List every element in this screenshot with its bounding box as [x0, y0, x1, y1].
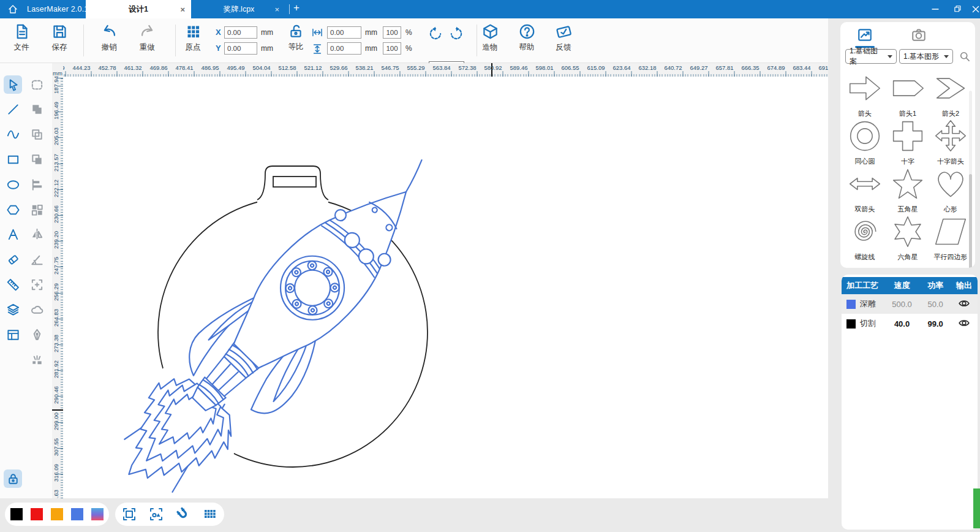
- eraser-tool[interactable]: [4, 251, 22, 269]
- snap-tool[interactable]: [176, 507, 190, 522]
- save-button[interactable]: 保存: [42, 23, 77, 53]
- union-tool[interactable]: [28, 101, 46, 119]
- output-visibility-toggle[interactable]: [951, 317, 978, 331]
- rotate-ccw-button[interactable]: [428, 26, 443, 44]
- measure-tool[interactable]: [4, 275, 22, 294]
- ruler-label: 196.49: [53, 97, 59, 124]
- design-canvas[interactable]: [63, 77, 828, 498]
- copy-tool[interactable]: [28, 126, 46, 144]
- x-input[interactable]: 0.00: [224, 26, 257, 39]
- frame-tool[interactable]: [122, 507, 137, 522]
- layer-color-swatch[interactable]: [846, 300, 856, 309]
- new-tab-button[interactable]: +: [293, 2, 300, 14]
- app-title: LaserMaker 2.0.16: [27, 5, 93, 13]
- search-icon[interactable]: [959, 50, 971, 65]
- shape-star6[interactable]: 六角星: [888, 215, 927, 262]
- color-swatch[interactable]: [91, 508, 104, 520]
- pen-tool[interactable]: [28, 325, 46, 344]
- tab-close-icon[interactable]: ×: [274, 5, 279, 14]
- category-dropdown-1[interactable]: 1.基础图案: [845, 49, 897, 64]
- lock-tool[interactable]: [4, 469, 22, 488]
- home-icon[interactable]: [7, 4, 18, 17]
- polygon-tool[interactable]: [4, 200, 22, 219]
- distribute-tool[interactable]: [28, 200, 46, 219]
- shape-heart[interactable]: 心形: [931, 167, 970, 214]
- mirror-tool[interactable]: [28, 226, 46, 244]
- text-tool[interactable]: [4, 226, 22, 244]
- ruler-label: 307.55: [53, 433, 59, 460]
- align-tool[interactable]: [28, 175, 46, 194]
- process-row-切割[interactable]: 切割 40.0 99.0: [842, 314, 978, 333]
- color-swatch[interactable]: [71, 508, 83, 520]
- shape-parallelogram[interactable]: 平行四边形: [931, 215, 970, 262]
- tab-close-icon[interactable]: ×: [180, 5, 185, 14]
- curve-tool[interactable]: [4, 126, 22, 144]
- shape-cross-arrow[interactable]: 十字箭头: [931, 119, 970, 166]
- ellipse-tool[interactable]: [4, 175, 22, 194]
- x-label: X: [216, 28, 221, 37]
- file-button[interactable]: 文件: [4, 23, 39, 53]
- lock-ratio-button[interactable]: 等比: [279, 23, 313, 52]
- tab-camera[interactable]: [907, 27, 931, 45]
- shape-clip1[interactable]: [845, 262, 884, 268]
- color-swatch[interactable]: [51, 508, 63, 520]
- line-tool[interactable]: [4, 101, 22, 119]
- select-tool[interactable]: [4, 75, 22, 94]
- output-visibility-toggle[interactable]: [951, 297, 978, 311]
- ruler-label: 247.75: [53, 253, 59, 279]
- process-panel: 加工工艺速度功率输出 深雕 500.0 50.0 切割 40.0 99.0 开始…: [842, 275, 978, 530]
- layers-tool[interactable]: [4, 300, 22, 319]
- create-button[interactable]: 造物: [473, 23, 507, 53]
- shape-library-panel: 1.基础图案 1.基本图形 箭头箭头1箭头2同心圆十字十字箭头双箭头五角星心形螺…: [840, 22, 975, 268]
- weld-tool[interactable]: [28, 300, 46, 319]
- medal-slot[interactable]: [273, 177, 316, 187]
- shape-double-arrow[interactable]: 双箭头: [845, 167, 884, 214]
- shape-cross[interactable]: 十字: [888, 119, 927, 166]
- expand-tool[interactable]: [28, 275, 46, 294]
- feedback-button[interactable]: 反馈: [546, 23, 581, 53]
- height-percent-input[interactable]: 100: [383, 42, 401, 55]
- angle-tool[interactable]: [28, 251, 46, 269]
- grid-tool[interactable]: [203, 507, 217, 522]
- shape-star5[interactable]: 五角星: [888, 167, 927, 214]
- shape-concentric[interactable]: 同心圆: [845, 119, 884, 166]
- maximize-button[interactable]: [948, 0, 967, 18]
- scrollbar[interactable]: [969, 91, 972, 268]
- shape-arrow-chevron[interactable]: 箭头2: [931, 71, 970, 118]
- color-swatch[interactable]: [10, 508, 23, 520]
- shape-spiral[interactable]: 螺旋线: [845, 215, 884, 262]
- tab-design1[interactable]: 设计1×: [86, 0, 191, 18]
- width-percent-input[interactable]: 100: [383, 26, 401, 39]
- node-select-tool[interactable]: [28, 75, 46, 94]
- rotate-cw-button[interactable]: [448, 26, 464, 44]
- minimize-button[interactable]: [926, 0, 944, 18]
- ruler-label: 205.03: [53, 123, 59, 150]
- help-button[interactable]: 帮助: [510, 23, 544, 53]
- redo-button[interactable]: 重做: [130, 23, 164, 53]
- ruler-label: 230.66: [53, 201, 59, 228]
- green-edge-sliver: [973, 488, 980, 528]
- subtract-tool[interactable]: [28, 150, 46, 169]
- height-input[interactable]: 0.00: [327, 42, 361, 55]
- color-swatch[interactable]: [31, 508, 43, 520]
- explode-tool[interactable]: [28, 351, 46, 369]
- tab-graphics-library[interactable]: [853, 27, 877, 45]
- tab-file[interactable]: 奖牌.lcpx×: [192, 0, 285, 18]
- shape-arrow-right[interactable]: 箭头: [845, 71, 884, 118]
- origin-button[interactable]: 原点: [176, 23, 210, 53]
- shape-clip2[interactable]: [888, 262, 927, 268]
- fit-selection-tool[interactable]: [149, 507, 164, 522]
- ruler-label: 316.09: [53, 460, 59, 487]
- width-input[interactable]: 0.00: [327, 26, 361, 39]
- y-input[interactable]: 0.00: [224, 42, 257, 55]
- undo-button[interactable]: 撤销: [92, 23, 126, 53]
- title-bar: LaserMaker 2.0.16 设计1× 奖牌.lcpx× +: [0, 0, 980, 18]
- category-dropdown-2[interactable]: 1.基本图形: [899, 49, 953, 64]
- rect-tool[interactable]: [4, 150, 22, 169]
- shape-arrow-pent[interactable]: 箭头1: [888, 71, 927, 118]
- panel-tool[interactable]: [4, 325, 22, 344]
- close-button[interactable]: [967, 0, 980, 18]
- layer-color-swatch[interactable]: [846, 319, 856, 329]
- process-row-深雕[interactable]: 深雕 500.0 50.0: [842, 294, 978, 314]
- ruler-label: 187.94: [53, 77, 59, 99]
